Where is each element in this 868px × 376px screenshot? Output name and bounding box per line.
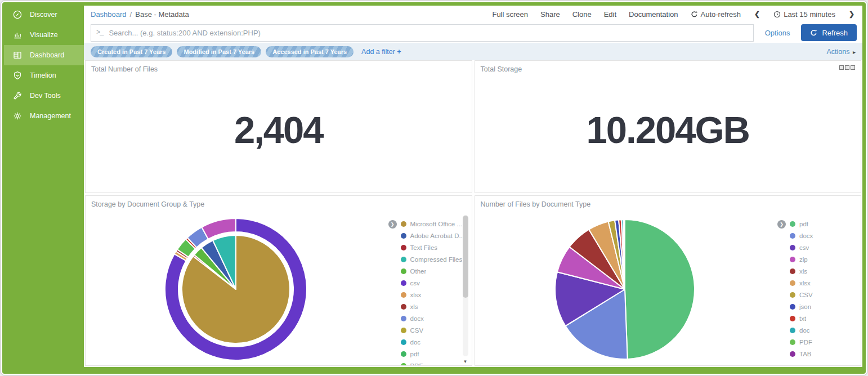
panel-files-by-document-type: Number of Files by Document Type ❯ pdfdo… <box>475 195 862 366</box>
menu-item-clone[interactable]: Clone <box>572 10 592 19</box>
legend-label: csv <box>410 280 420 287</box>
legend-color-dot <box>401 304 406 310</box>
sidebar-item-management[interactable]: Management <box>4 106 84 126</box>
panel-storage-by-group-type: Storage by Document Group & Type ❯ Micro… <box>85 195 472 366</box>
legend-item-compressed-files[interactable]: Compressed Files <box>401 256 472 263</box>
panel-options-icon[interactable] <box>839 65 855 70</box>
actions-arrow-icon: ▸ <box>853 49 856 55</box>
legend-label: PDF <box>410 362 423 366</box>
legend-label: xls <box>410 303 418 310</box>
time-range-label: Last 15 minutes <box>784 10 835 19</box>
legend-item-csv[interactable]: CSV <box>790 292 861 298</box>
scrollbar-thumb[interactable] <box>463 216 468 298</box>
legend-item-pdf[interactable]: PDF <box>401 362 472 366</box>
search-box[interactable]: >_ <box>91 24 754 42</box>
search-input[interactable] <box>108 28 748 38</box>
legend-label: json <box>799 303 811 310</box>
sidebar-item-label: Dev Tools <box>30 92 61 100</box>
time-range-picker[interactable]: Last 15 minutes <box>773 10 835 19</box>
legend-label: txt <box>799 315 806 322</box>
legend-item-docx[interactable]: docx <box>790 232 861 239</box>
shield-icon <box>12 70 23 80</box>
legend-item-doc[interactable]: doc <box>401 339 472 346</box>
legend-label: Microsoft Office ... <box>410 221 462 227</box>
actions-link[interactable]: Actions ▸ <box>826 48 856 56</box>
pie-slice-pdf[interactable] <box>625 220 695 359</box>
legend-scrollbar[interactable] <box>463 215 468 356</box>
legend-label: zip <box>799 256 808 263</box>
legend-item-csv[interactable]: CSV <box>401 327 472 334</box>
legend-item-tab[interactable]: TAB <box>790 351 861 357</box>
panel-title: Total Number of Files <box>86 61 472 74</box>
legend-color-dot <box>401 257 406 262</box>
add-filter-link[interactable]: Add a filter + <box>361 48 401 56</box>
legend-label: docx <box>410 315 424 322</box>
legend-item-xls[interactable]: xls <box>401 303 472 310</box>
legend-item-csv[interactable]: csv <box>401 280 472 287</box>
auto-refresh-button[interactable]: Auto-refresh <box>691 10 741 19</box>
time-back-chevron-icon[interactable]: ❮ <box>753 10 761 18</box>
legend-item-doc[interactable]: doc <box>790 327 861 334</box>
top-bar: Dashboard / Base - Metadata Full screenS… <box>84 6 862 21</box>
legend-color-dot <box>790 245 795 250</box>
menu-item-edit[interactable]: Edit <box>604 10 616 19</box>
legend-item-microsoft-office-[interactable]: Microsoft Office ... <box>401 221 472 227</box>
legend-item-pdf[interactable]: pdf <box>401 351 472 357</box>
legend-color-dot <box>401 280 406 286</box>
sidebar-nav: DiscoverVisualizeDashboardTimelionDev To… <box>4 5 84 126</box>
legend-item-adobe-acrobat-d-[interactable]: Adobe Acrobat D... <box>401 232 472 239</box>
legend-toggle-icon[interactable]: ❯ <box>388 220 397 229</box>
sidebar-item-visualize[interactable]: Visualize <box>4 25 84 45</box>
legend-color-dot <box>401 268 406 274</box>
legend-item-xlsx[interactable]: xlsx <box>401 292 472 298</box>
legend-item-xlsx[interactable]: xlsx <box>790 280 861 287</box>
legend-item-other[interactable]: Other <box>401 268 472 275</box>
legend-label: PDF <box>799 339 812 346</box>
legend-item-zip[interactable]: zip <box>790 256 861 263</box>
dashboard-icon <box>12 50 23 60</box>
plus-icon: + <box>397 48 401 56</box>
filter-pill-modified-in-past-7-years[interactable]: Modified in Past 7 Years <box>177 46 261 57</box>
legend-item-text-files[interactable]: Text Files <box>401 244 472 251</box>
menu-item-full-screen[interactable]: Full screen <box>492 10 528 19</box>
metric-value-total-files: 2,404 <box>86 108 472 151</box>
filter-pill-created-in-past-7-years[interactable]: Created in Past 7 Years <box>91 46 172 57</box>
legend-toggle-icon[interactable]: ❯ <box>777 220 786 229</box>
compass-icon <box>12 10 23 20</box>
filter-pill-accessed-in-past-7-years[interactable]: Accessed in Past 7 Years <box>266 46 354 57</box>
breadcrumb-dashboard-link[interactable]: Dashboard <box>91 10 127 19</box>
app-background: DiscoverVisualizeDashboardTimelionDev To… <box>2 2 866 374</box>
sidebar-item-label: Visualize <box>30 31 58 39</box>
panel-title: Storage by Document Group & Type <box>86 196 472 209</box>
legend-label: doc <box>410 339 421 346</box>
sidebar-item-dev-tools[interactable]: Dev Tools <box>4 86 84 106</box>
pie-slice-tab[interactable] <box>624 220 625 289</box>
legend-item-txt[interactable]: txt <box>790 315 861 322</box>
sidebar-item-timelion[interactable]: Timelion <box>4 65 84 86</box>
options-link[interactable]: Options <box>765 29 790 37</box>
sidebar-item-label: Discover <box>30 11 57 19</box>
sidebar-item-dashboard[interactable]: Dashboard <box>4 45 84 65</box>
refresh-icon <box>810 29 817 37</box>
legend-label: pdf <box>410 351 419 357</box>
legend-item-csv[interactable]: csv <box>790 244 861 251</box>
menu-item-share[interactable]: Share <box>540 10 560 19</box>
terminal-prompt-icon: >_ <box>96 29 103 37</box>
time-forward-chevron-icon[interactable]: ❯ <box>848 10 856 18</box>
legend-item-docx[interactable]: docx <box>401 315 472 322</box>
breadcrumb-separator: / <box>130 10 132 19</box>
scrollbar-down-arrow-icon[interactable]: ▾ <box>463 359 468 364</box>
refresh-button-label: Refresh <box>822 29 848 37</box>
legend-item-xls[interactable]: xls <box>790 268 861 275</box>
wrench-icon <box>12 91 23 101</box>
legend-color-dot <box>401 328 406 333</box>
sidebar-item-discover[interactable]: Discover <box>4 5 84 25</box>
legend-item-pdf[interactable]: pdf <box>790 221 861 227</box>
menu-item-documentation[interactable]: Documentation <box>629 10 678 19</box>
legend-color-dot <box>401 339 406 345</box>
legend-item-json[interactable]: json <box>790 303 861 310</box>
legend-item-pdf[interactable]: PDF <box>790 339 861 346</box>
legend-label: xlsx <box>799 280 811 287</box>
refresh-icon <box>691 11 698 18</box>
refresh-button[interactable]: Refresh <box>801 24 857 41</box>
